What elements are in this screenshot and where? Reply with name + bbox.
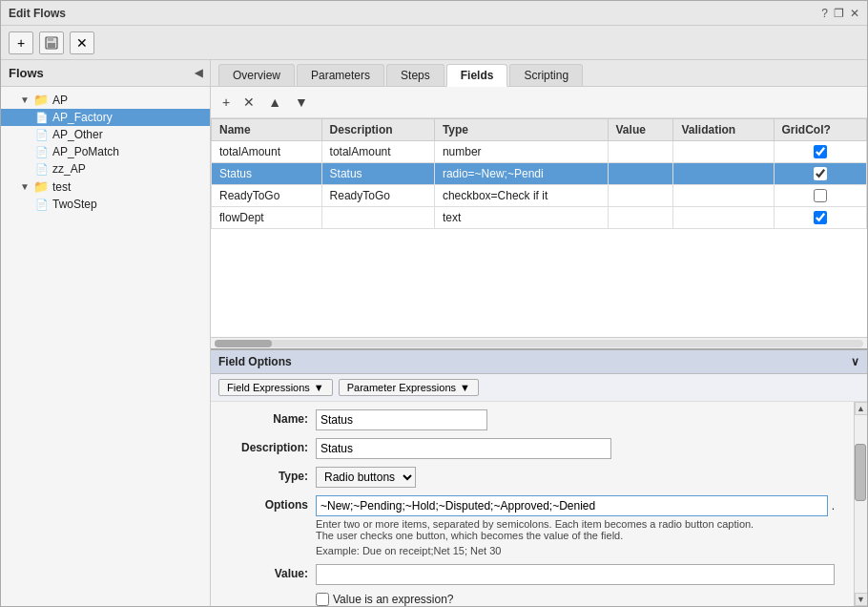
- field-options-collapse-icon[interactable]: ∨: [851, 355, 859, 368]
- cell-validation: [673, 163, 774, 185]
- table-move-down-button[interactable]: ▼: [291, 93, 312, 112]
- scroll-down-arrow[interactable]: ▼: [855, 593, 868, 606]
- type-select[interactable]: Radio buttons Text Number Checkbox Date: [316, 467, 416, 488]
- scroll-up-arrow[interactable]: ▲: [855, 402, 868, 415]
- type-row: Type: Radio buttons Text Number Checkbox…: [222, 467, 835, 488]
- scroll-thumb[interactable]: [855, 444, 866, 501]
- tree-item-label: TwoStep: [52, 198, 97, 211]
- file-icon: 📄: [35, 146, 49, 158]
- col-header-type: Type: [434, 119, 608, 141]
- options-label: Options: [222, 495, 308, 512]
- table-row[interactable]: totalAmount totalAmount number: [212, 141, 867, 163]
- field-options-body-wrapper: Name: Description: Type: Radio bu: [211, 402, 867, 606]
- field-options-body: Name: Description: Type: Radio bu: [211, 402, 854, 606]
- tab-parameters[interactable]: Parameters: [297, 64, 384, 86]
- cell-validation: [673, 185, 774, 207]
- cell-type: radio=~New;~Pendi: [434, 163, 608, 185]
- cell-gridcol: [774, 207, 866, 229]
- type-label: Type:: [222, 467, 308, 483]
- tab-steps[interactable]: Steps: [386, 64, 444, 86]
- vertical-scrollbar[interactable]: ▲ ▼: [854, 402, 867, 606]
- name-row: Name:: [222, 409, 835, 430]
- expand-icon: ▼: [20, 94, 33, 105]
- sidebar-item-zz-ap[interactable]: 📄 zz_AP: [1, 160, 210, 178]
- table-add-button[interactable]: +: [218, 93, 234, 112]
- col-header-name: Name: [212, 119, 322, 141]
- sidebar-title: Flows: [9, 66, 44, 80]
- sidebar-collapse-button[interactable]: ◀: [195, 67, 202, 79]
- options-input[interactable]: [316, 495, 828, 516]
- window-controls: ? ❐ ✕: [821, 7, 859, 20]
- sidebar-item-ap-pomatch[interactable]: 📄 AP_PoMatch: [1, 143, 210, 160]
- parameter-expressions-button[interactable]: Parameter Expressions ▼: [339, 379, 479, 396]
- field-expressions-button[interactable]: Field Expressions ▼: [218, 379, 333, 396]
- main-toolbar: + ✕: [1, 26, 867, 60]
- field-options-panel: Field Options ∨ Field Expressions ▼ Para…: [211, 348, 867, 606]
- tab-scripting[interactable]: Scripting: [509, 64, 583, 86]
- help-icon[interactable]: ?: [821, 7, 828, 20]
- field-expressions-arrow: ▼: [314, 382, 324, 393]
- cell-type: checkbox=Check if it: [434, 185, 608, 207]
- is-expression-spacer: [222, 593, 308, 596]
- is-expression-row: Value is an expression?: [222, 593, 835, 606]
- fields-table-container: Name Description Type Value Validation G…: [211, 118, 867, 337]
- tree-item-label: AP_Other: [52, 128, 103, 141]
- tree-item-label: AP_PoMatch: [52, 145, 119, 158]
- file-icon: 📄: [35, 112, 49, 124]
- close-window-icon[interactable]: ✕: [850, 7, 859, 20]
- gridcol-checkbox[interactable]: [814, 145, 827, 158]
- gridcol-checkbox[interactable]: [814, 211, 827, 224]
- table-row[interactable]: flowDept text: [212, 207, 867, 229]
- is-expression-checkbox[interactable]: [316, 593, 329, 606]
- save-button[interactable]: [39, 31, 64, 54]
- gridcol-checkbox[interactable]: [814, 167, 827, 180]
- cell-gridcol: [774, 163, 866, 185]
- value-input[interactable]: [316, 564, 835, 585]
- sidebar-item-ap-group[interactable]: ▼ 📁 AP: [1, 91, 210, 109]
- cell-value: [608, 207, 673, 229]
- restore-icon[interactable]: ❐: [834, 7, 844, 20]
- folder-icon: 📁: [33, 179, 49, 194]
- right-panel: Overview Parameters Steps Fields Scripti…: [211, 60, 867, 606]
- close-button[interactable]: ✕: [70, 31, 94, 54]
- name-label: Name:: [222, 409, 308, 426]
- horizontal-scrollbar[interactable]: [211, 337, 867, 348]
- field-expressions-label: Field Expressions: [227, 382, 310, 393]
- sidebar-item-ap-factory[interactable]: 📄 AP_Factory: [1, 109, 210, 126]
- sidebar-item-test-group[interactable]: ▼ 📁 test: [1, 178, 210, 196]
- table-delete-button[interactable]: ✕: [239, 93, 258, 112]
- options-period: .: [832, 499, 835, 513]
- name-input[interactable]: [316, 409, 487, 430]
- options-row: Options . Enter two or more items, separ…: [222, 495, 835, 556]
- tab-fields[interactable]: Fields: [446, 64, 508, 87]
- table-row[interactable]: Status Status radio=~New;~Pendi: [212, 163, 867, 185]
- tree-item-label: zz_AP: [52, 162, 86, 176]
- table-move-up-button[interactable]: ▲: [264, 93, 285, 112]
- parameter-expressions-label: Parameter Expressions: [347, 382, 456, 393]
- cell-value: [608, 141, 673, 163]
- options-hint: Enter two or more items, separated by se…: [316, 518, 835, 541]
- col-header-value: Value: [608, 119, 673, 141]
- tab-overview[interactable]: Overview: [218, 64, 295, 86]
- cell-description: Status: [321, 163, 434, 185]
- sidebar-item-twostep[interactable]: 📄 TwoStep: [1, 196, 210, 213]
- svg-rect-2: [48, 43, 55, 48]
- table-row[interactable]: ReadyToGo ReadyToGo checkbox=Check if it: [212, 185, 867, 207]
- tree-item-label: test: [52, 180, 71, 194]
- description-input[interactable]: [316, 438, 611, 459]
- cell-validation: [673, 141, 774, 163]
- col-header-gridcol: GridCol?: [774, 119, 866, 141]
- table-area: + ✕ ▲ ▼ Name Description Type Value: [211, 87, 867, 348]
- cell-value: [608, 185, 673, 207]
- main-content: Flows ◀ ▼ 📁 AP 📄 AP_Factory: [1, 60, 867, 606]
- add-button[interactable]: +: [9, 31, 33, 54]
- scroll-track[interactable]: [855, 415, 867, 593]
- cell-gridcol: [774, 141, 866, 163]
- cell-type: text: [434, 207, 608, 229]
- parameter-expressions-arrow: ▼: [460, 382, 470, 393]
- cell-value: [608, 163, 673, 185]
- gridcol-checkbox[interactable]: [814, 189, 827, 202]
- options-example: Example: Due on receipt;Net 15; Net 30: [316, 545, 835, 556]
- cell-type: number: [434, 141, 608, 163]
- sidebar-item-ap-other[interactable]: 📄 AP_Other: [1, 126, 210, 143]
